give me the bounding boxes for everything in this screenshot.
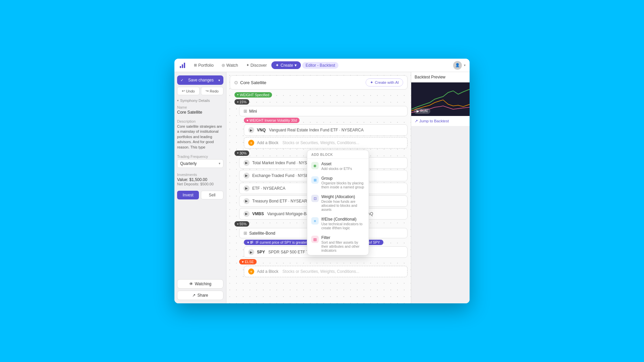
asset-icon-block: ◉ (311, 162, 319, 169)
satellite-group-icon: ⊞ (244, 231, 247, 236)
percent-30-badge[interactable]: ▾ 30% (234, 150, 249, 156)
undo-redo-group: ↩ Undo ↪ Redo (177, 87, 223, 95)
asset-play-icon-4: ▶ (244, 198, 250, 204)
watching-icon: 👁 (189, 282, 193, 286)
undo-button[interactable]: ↩ Undo (177, 87, 200, 95)
main-layout: ✓ Save changes ▾ ↩ Undo ↪ Redo ▾ Symphon… (174, 72, 470, 303)
avatar-icon: 👤 (455, 63, 460, 67)
weight-specified-badge[interactable]: ▾ WEIGHT Specified (234, 92, 272, 98)
weight-specified-row: ▾ WEIGHT Specified (234, 92, 408, 99)
vnq-asset-block[interactable]: ▶ VNQ Vanguard Real Estate Index Fund ET… (244, 124, 408, 136)
backtest-header: Backtest Preview (411, 72, 470, 82)
nav-editor-tab[interactable]: Editor - Backtest (302, 62, 338, 69)
mini-group[interactable]: ⊞ Mini (239, 106, 408, 116)
dropdown-header: ADD BLOCK (307, 150, 369, 159)
user-avatar[interactable]: 👤 (453, 61, 462, 70)
create-ai-button[interactable]: ✦ Create with AI (366, 78, 403, 86)
save-changes-button[interactable]: ✓ Save changes ▾ (177, 75, 223, 85)
share-icon: ↗ (192, 293, 196, 298)
dropdown-item-ifelse[interactable]: ≡ If/Else (Conditional) Use technical in… (307, 214, 369, 233)
vmbs-play-icon: ▶ (244, 211, 250, 217)
invest-button[interactable]: Invest (177, 191, 199, 199)
app-window: ⊞ Portfolio ◎ Watch ✦ Discover ✦ Create … (174, 59, 470, 303)
percent-15-row: ▾ 15% (234, 99, 408, 106)
else-arrow-icon: ▾ (242, 260, 244, 264)
bottom-actions: 👁 Watching ↗ Share (177, 279, 223, 300)
symphony-details-header[interactable]: ▾ Symphony Details (177, 97, 223, 103)
dropdown-item-group[interactable]: ⊞ Group Organize blocks by placing them … (307, 173, 369, 192)
pct55-arrow-icon: ▾ (237, 223, 238, 226)
weight-arrow-icon: ▾ (237, 93, 238, 96)
freq-chevron-icon: ▾ (219, 162, 220, 165)
nav-discover[interactable]: ✦ Discover (243, 62, 270, 69)
canvas-area: ⊙ Core Satellite ✦ Create with AI ▾ WEIG… (226, 72, 411, 303)
svg-rect-1 (182, 64, 183, 68)
vnq-play-icon: ▶ (248, 127, 254, 133)
else-row: ▾ ELSE (239, 259, 408, 266)
asset-play-icon-1: ▶ (244, 160, 250, 166)
ai-star-icon: ✦ (370, 80, 373, 85)
discover-icon: ✦ (246, 63, 249, 67)
weight-inverse-row: ▾ WEIGHT Inverse Volatility 30d (244, 118, 408, 124)
add-block-dropdown: ADD BLOCK ◉ Asset Add stocks or ETFs ⊞ G… (307, 150, 369, 255)
trading-frequency-selector[interactable]: Quarterly ▾ (177, 159, 223, 168)
inverse-arrow-icon: ▾ (247, 118, 249, 122)
if-arrow-icon: ▾ (247, 240, 249, 244)
app-logo (178, 61, 186, 69)
nav-create[interactable]: ✦ Create ▾ (271, 61, 301, 69)
weight-inverse-badge[interactable]: ▾ WEIGHT Inverse Volatility 30d (244, 118, 300, 123)
weight-icon-block: ⊡ (311, 195, 319, 202)
mini-group-icon: ⊞ (244, 109, 247, 114)
watching-button[interactable]: 👁 Watching (177, 279, 223, 289)
ifelse-icon-block: ≡ (311, 217, 319, 225)
create-icon: ✦ (275, 63, 279, 68)
redo-icon: ↪ (206, 89, 209, 93)
group-icon-block: ⊞ (311, 176, 319, 184)
symphony-icon: ⊙ (234, 80, 238, 85)
filter-icon-block: ▤ (311, 236, 319, 243)
spy-play-icon: ▶ (248, 249, 254, 255)
name-field: Name Core Satellite (177, 105, 223, 115)
nav-watch[interactable]: ◎ Watch (218, 62, 241, 69)
add-block-row-2: + Add a Block Stocks or Securities, Weig… (244, 266, 408, 277)
create-chevron-icon: ▾ (294, 63, 297, 68)
pct30-arrow-icon: ▾ (237, 152, 238, 155)
run-play-icon: ▶ (417, 109, 419, 113)
percent-15-badge[interactable]: ▾ 15% (234, 99, 249, 105)
redo-button[interactable]: ↪ Redo (201, 87, 223, 95)
dropdown-item-filter[interactable]: ▤ Filter Sort and filter assets by their… (307, 233, 369, 255)
trading-frequency-field: Trading Frequency Quarterly ▾ (177, 155, 223, 168)
dropdown-item-asset[interactable]: ◉ Asset Add stocks or ETFs (307, 159, 369, 173)
right-panel: Backtest Preview ▶ RUN (411, 72, 470, 303)
add-plus-icon-1: + (248, 140, 254, 146)
asset-play-icon-2: ▶ (244, 173, 250, 179)
sell-button[interactable]: Sell (201, 191, 223, 199)
share-button[interactable]: ↗ Share (177, 291, 223, 300)
description-field: Description Core satellite strategies ar… (177, 119, 223, 150)
svg-rect-0 (180, 66, 181, 68)
pct15-arrow-icon: ▾ (237, 101, 238, 104)
add-plus-icon-2: + (248, 268, 254, 275)
svg-rect-2 (184, 63, 185, 68)
add-block-row-1: + Add a Block Stocks or Securities, Weig… (244, 137, 408, 148)
symphony-title: ⊙ Core Satellite (234, 80, 266, 85)
dropdown-item-weight[interactable]: ⊡ Weight (Allocation) Decide how funds a… (307, 192, 369, 214)
save-check-icon: ✓ (180, 78, 183, 82)
left-panel: ✓ Save changes ▾ ↩ Undo ↪ Redo ▾ Symphon… (174, 72, 226, 303)
asset-play-icon-3: ▶ (244, 185, 250, 191)
invest-sell-row: Invest Sell (177, 191, 223, 199)
mini-group-block: ⊞ Mini (239, 106, 408, 116)
section-chevron-icon: ▾ (177, 99, 179, 102)
vnq-row: ▶ VNQ Vanguard Real Estate Index Fund ET… (244, 124, 408, 136)
nav-portfolio[interactable]: ⊞ Portfolio (191, 62, 217, 69)
symphony-header-block: ⊙ Core Satellite ✦ Create with AI (230, 75, 408, 89)
run-button[interactable]: ▶ RUN (414, 108, 430, 114)
portfolio-icon: ⊞ (194, 63, 197, 67)
add-block-button-2[interactable]: + Add a Block Stocks or Securities, Weig… (244, 266, 408, 277)
save-chevron-icon: ▾ (218, 78, 220, 82)
else-badge[interactable]: ▾ ELSE (239, 259, 257, 264)
add-block-button-1[interactable]: + Add a Block Stocks or Securities, Weig… (244, 137, 408, 148)
percent-55-badge[interactable]: ▾ 55% (234, 221, 249, 227)
jump-to-backtest-link[interactable]: ↗ Jump to Backtest (411, 116, 470, 126)
jump-icon: ↗ (415, 119, 418, 123)
